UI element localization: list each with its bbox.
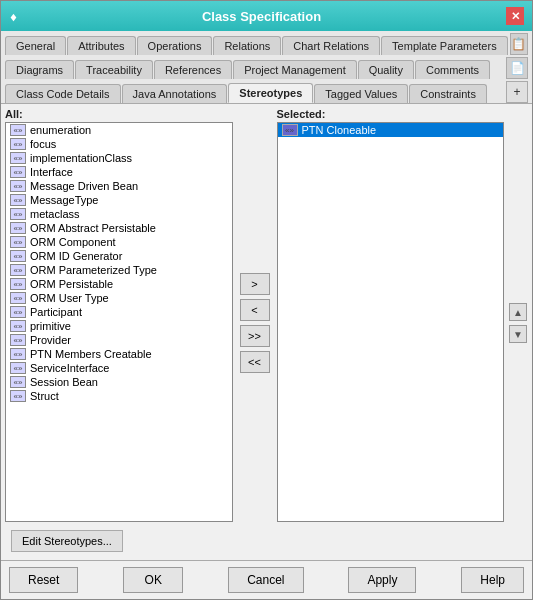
list-item[interactable]: «» primitive <box>6 319 232 333</box>
tab-relations[interactable]: Relations <box>213 36 281 55</box>
item-icon: «» <box>10 264 26 276</box>
selected-list[interactable]: «» PTN Cloneable <box>277 122 505 522</box>
item-icon: «» <box>10 138 26 150</box>
list-item[interactable]: «» Participant <box>6 305 232 319</box>
tab-operations[interactable]: Operations <box>137 36 213 55</box>
item-label: primitive <box>30 320 71 332</box>
item-label: Session Bean <box>30 376 98 388</box>
item-label: Provider <box>30 334 71 346</box>
list-item[interactable]: «» ORM Component <box>6 235 232 249</box>
list-item[interactable]: «» Interface <box>6 165 232 179</box>
item-icon: «» <box>10 348 26 360</box>
tabs-area: General Attributes Operations Relations … <box>1 31 532 104</box>
item-label: PTN Cloneable <box>302 124 377 136</box>
item-icon: «» <box>10 208 26 220</box>
list-item[interactable]: «» ORM Parameterized Type <box>6 263 232 277</box>
list-item[interactable]: «» focus <box>6 137 232 151</box>
content-area: All: «» enumeration «» focus «» implemen <box>1 104 532 560</box>
tab-attributes[interactable]: Attributes <box>67 36 135 55</box>
tab-diagrams[interactable]: Diagrams <box>5 60 74 79</box>
item-icon: «» <box>10 236 26 248</box>
list-item[interactable]: «» Struct <box>6 389 232 403</box>
list-item[interactable]: «» ORM Persistable <box>6 277 232 291</box>
item-icon: «» <box>10 292 26 304</box>
tab-row-2: Diagrams Traceability References Project… <box>1 55 532 79</box>
tab-java-annotations[interactable]: Java Annotations <box>122 84 228 103</box>
item-icon: «» <box>10 376 26 388</box>
list-item[interactable]: «» Provider <box>6 333 232 347</box>
toolbar-btn-3[interactable]: + <box>506 81 528 103</box>
item-label: metaclass <box>30 208 80 220</box>
tab-traceability[interactable]: Traceability <box>75 60 153 79</box>
tab-tagged-values[interactable]: Tagged Values <box>314 84 408 103</box>
toolbar-btn-1[interactable]: 📋 <box>510 33 528 55</box>
move-all-left-button[interactable]: << <box>240 351 270 373</box>
all-list[interactable]: «» enumeration «» focus «» implementatio… <box>5 122 233 522</box>
help-button[interactable]: Help <box>461 567 524 593</box>
titlebar: ⬧ Class Specification ✕ <box>1 1 532 31</box>
list-item[interactable]: «» ORM Abstract Persistable <box>6 221 232 235</box>
item-label: ORM Component <box>30 236 116 248</box>
bottom-bar: Edit Stereotypes... <box>5 526 528 556</box>
selected-list-item[interactable]: «» PTN Cloneable <box>278 123 504 137</box>
item-icon: «» <box>282 124 298 136</box>
tab-class-code-details[interactable]: Class Code Details <box>5 84 121 103</box>
move-all-right-button[interactable]: >> <box>240 325 270 347</box>
item-label: implementationClass <box>30 152 132 164</box>
tab-template-parameters[interactable]: Template Parameters <box>381 36 508 55</box>
footer: Reset OK Cancel Apply Help <box>1 560 532 599</box>
item-icon: «» <box>10 250 26 262</box>
window-title: Class Specification <box>17 9 506 24</box>
item-icon: «» <box>10 320 26 332</box>
reset-button[interactable]: Reset <box>9 567 78 593</box>
item-label: enumeration <box>30 124 91 136</box>
tab-references[interactable]: References <box>154 60 232 79</box>
up-arrow-button[interactable]: ▲ <box>509 303 527 321</box>
item-icon: «» <box>10 166 26 178</box>
item-label: ORM Persistable <box>30 278 113 290</box>
tab-stereotypes[interactable]: Stereotypes <box>228 83 313 103</box>
item-icon: «» <box>10 306 26 318</box>
list-item[interactable]: «» metaclass <box>6 207 232 221</box>
transfer-buttons: > < >> << <box>237 108 273 522</box>
edit-stereotypes-button[interactable]: Edit Stereotypes... <box>11 530 123 552</box>
move-left-button[interactable]: < <box>240 299 270 321</box>
tab-project-management[interactable]: Project Management <box>233 60 357 79</box>
item-icon: «» <box>10 194 26 206</box>
selected-label: Selected: <box>277 108 505 120</box>
item-label: Participant <box>30 306 82 318</box>
cancel-button[interactable]: Cancel <box>228 567 303 593</box>
item-label: ORM ID Generator <box>30 250 122 262</box>
item-label: ServiceInterface <box>30 362 109 374</box>
down-arrow-button[interactable]: ▼ <box>509 325 527 343</box>
item-icon: «» <box>10 278 26 290</box>
item-label: MessageType <box>30 194 98 206</box>
apply-button[interactable]: Apply <box>348 567 416 593</box>
item-label: ORM Abstract Persistable <box>30 222 156 234</box>
list-item[interactable]: «» enumeration <box>6 123 232 137</box>
list-item[interactable]: «» implementationClass <box>6 151 232 165</box>
item-icon: «» <box>10 222 26 234</box>
all-list-section: All: «» enumeration «» focus «» implemen <box>5 108 233 522</box>
tab-constraints[interactable]: Constraints <box>409 84 487 103</box>
tab-row-1: General Attributes Operations Relations … <box>1 31 532 55</box>
nav-arrows: ▲ ▼ <box>508 108 528 522</box>
list-item[interactable]: «» Message Driven Bean <box>6 179 232 193</box>
tab-quality[interactable]: Quality <box>358 60 414 79</box>
toolbar-btn-2[interactable]: 📄 <box>506 57 528 79</box>
tab-chart-relations[interactable]: Chart Relations <box>282 36 380 55</box>
list-item[interactable]: «» ORM ID Generator <box>6 249 232 263</box>
list-item[interactable]: «» ORM User Type <box>6 291 232 305</box>
close-button[interactable]: ✕ <box>506 7 524 25</box>
list-item[interactable]: «» PTN Members Creatable <box>6 347 232 361</box>
list-item[interactable]: «» MessageType <box>6 193 232 207</box>
list-item[interactable]: «» Session Bean <box>6 375 232 389</box>
item-icon: «» <box>10 180 26 192</box>
tab-general[interactable]: General <box>5 36 66 55</box>
tab-comments[interactable]: Comments <box>415 60 490 79</box>
move-right-button[interactable]: > <box>240 273 270 295</box>
list-item[interactable]: «» ServiceInterface <box>6 361 232 375</box>
ok-button[interactable]: OK <box>123 567 183 593</box>
item-icon: «» <box>10 390 26 402</box>
lists-area: All: «» enumeration «» focus «» implemen <box>5 108 528 522</box>
